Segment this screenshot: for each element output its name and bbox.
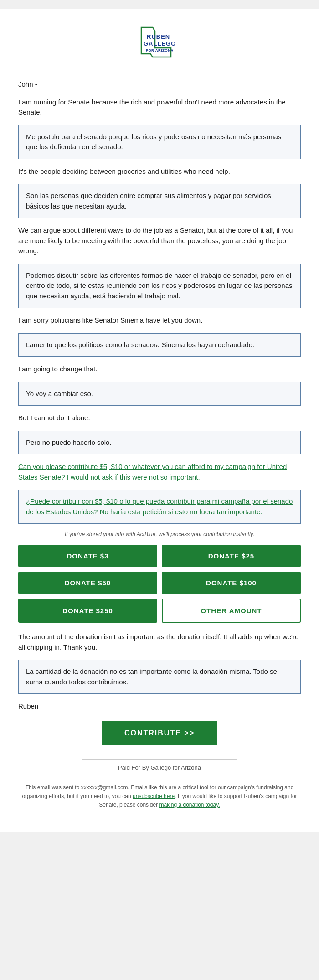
ruben-gallego-logo: RUBEN GALLEGO FOR ARIZONA xyxy=(128,23,191,64)
unsubscribe-link[interactable]: unsubscribe here xyxy=(133,793,175,799)
donation-link[interactable]: making a donation today. xyxy=(159,802,220,808)
spanish-block-1: Me postulo para el senado porque los ric… xyxy=(18,125,301,159)
donate-25-button[interactable]: DONATE $25 xyxy=(162,545,301,567)
logo-area: RUBEN GALLEGO FOR ARIZONA xyxy=(18,23,301,66)
donate-50-button[interactable]: DONATE $50 xyxy=(18,572,157,594)
spanish-block-5: Yo voy a cambiar eso. xyxy=(18,382,301,406)
spanish-block-3: Podemos discutir sobre las diferentes fo… xyxy=(18,264,301,308)
donate-100-button[interactable]: DONATE $100 xyxy=(162,572,301,594)
spanish-block-6: Pero no puedo hacerlo solo. xyxy=(18,431,301,455)
spanish-block-8: La cantidad de la donación no es tan imp… xyxy=(18,660,301,694)
spanish-contribute-link[interactable]: ¿Puede contribuir con $5, $10 o lo que p… xyxy=(26,497,293,516)
contribute-link-block[interactable]: Can you please contribute $5, $10 or wha… xyxy=(18,462,301,482)
signature: Ruben xyxy=(18,701,301,712)
paid-for-label: Paid For By Gallego for Arizona xyxy=(82,759,237,776)
donate-grid: DONATE $3 DONATE $25 DONATE $50 DONATE $… xyxy=(18,545,301,623)
contribute-link[interactable]: Can you please contribute $5, $10 or wha… xyxy=(18,463,287,481)
footer-disclaimer: This email was sent to xxxxxx@gmail.com.… xyxy=(18,783,301,810)
svg-text:FOR ARIZONA: FOR ARIZONA xyxy=(146,48,174,52)
spanish-link-block-7[interactable]: ¿Puede contribuir con $5, $10 o lo que p… xyxy=(18,490,301,524)
svg-text:RUBEN: RUBEN xyxy=(147,33,170,40)
actblue-note: If you've stored your info with ActBlue,… xyxy=(18,531,301,537)
paragraph-3: We can argue about different ways to do … xyxy=(18,225,301,256)
svg-text:GALLEGO: GALLEGO xyxy=(144,40,176,47)
paragraph-2: It's the people deciding between groceri… xyxy=(18,167,301,177)
paragraph-1: I am running for Senate because the rich… xyxy=(18,97,301,118)
paragraph-8: The amount of the donation isn't as impo… xyxy=(18,632,301,652)
spanish-block-2: Son las personas que deciden entre compr… xyxy=(18,184,301,218)
other-amount-button[interactable]: OTHER AMOUNT xyxy=(162,599,301,623)
paragraph-5: I am going to change that. xyxy=(18,364,301,375)
donate-3-button[interactable]: DONATE $3 xyxy=(18,545,157,567)
paragraph-4: I am sorry politicians like Senator Sine… xyxy=(18,315,301,326)
contribute-button[interactable]: CONTRIBUTE >> xyxy=(102,721,217,745)
email-container: RUBEN GALLEGO FOR ARIZONA John - I am ru… xyxy=(0,9,319,832)
paragraph-6: But I cannot do it alone. xyxy=(18,413,301,423)
contribute-button-wrapper: CONTRIBUTE >> xyxy=(18,721,301,745)
greeting: John - xyxy=(18,79,301,90)
spanish-block-4: Lamento que los políticos como la senado… xyxy=(18,333,301,357)
donate-250-button[interactable]: DONATE $250 xyxy=(18,599,157,623)
